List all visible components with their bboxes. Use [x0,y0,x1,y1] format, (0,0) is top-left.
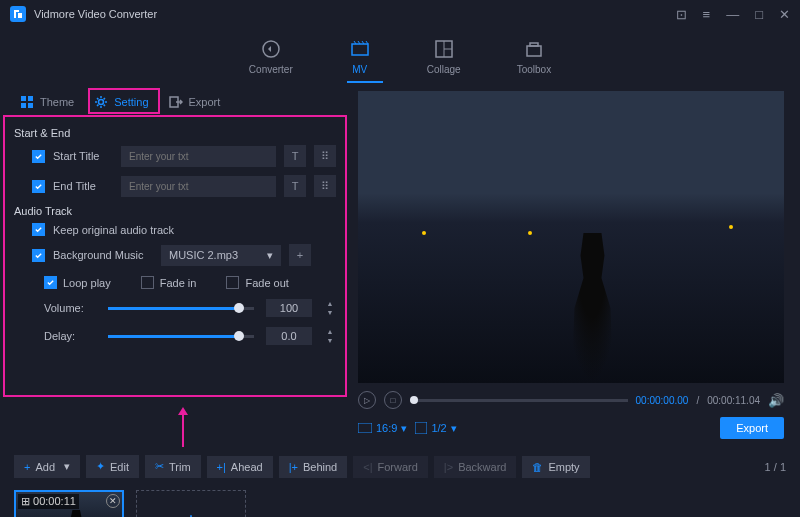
toolbox-icon [523,38,545,60]
checkbox-end-title[interactable] [32,180,45,193]
chevron-down-icon: ▾ [401,422,407,435]
svg-rect-9 [28,96,33,101]
label-fade-out: Fade out [245,277,288,289]
value-delay[interactable]: 0.0 [266,327,312,345]
titlebar: Vidmore Video Converter ⊡ ≡ — □ ✕ [0,0,800,28]
forward-button[interactable]: <|Forward [353,456,428,478]
nav-underline [347,81,383,83]
maximize-icon[interactable]: □ [755,7,763,22]
label-fade-in: Fade in [160,277,197,289]
label-bg-music: Background Music [53,249,153,261]
page-icon [415,422,427,434]
nav-collage[interactable]: Collage [419,34,469,79]
svg-rect-15 [415,422,427,434]
checkbox-fade-in[interactable] [141,276,154,289]
forward-icon: <| [363,461,372,473]
main-nav: Converter MV Collage Toolbox [0,28,800,81]
backward-icon: |> [444,461,453,473]
thumb-duration: ⊞ 00:00:11 [18,494,79,509]
pagination: 1 / 1 [765,461,786,473]
export-button[interactable]: Export [720,417,784,439]
clip-thumbnail[interactable]: ⊞ 00:00:11 ✕ ▷ 🔇 ✦ ✂ [14,490,124,517]
tab-theme[interactable]: Theme [10,91,84,113]
empty-button[interactable]: 🗑Empty [522,456,589,478]
checkbox-loop-play[interactable] [44,276,57,289]
section-audio: Audio Track [14,205,336,217]
aspect-ratio-button[interactable]: 16:9 ▾ [358,422,407,435]
tab-setting[interactable]: Setting [84,91,158,113]
close-icon[interactable]: ✕ [779,7,790,22]
delay-up-icon[interactable]: ▲ [324,327,336,336]
stop-button[interactable]: □ [384,391,402,409]
annotation-arrow [176,407,190,449]
svg-rect-11 [28,103,33,108]
behind-icon: |+ [289,461,298,473]
svg-rect-14 [358,423,372,433]
input-end-title[interactable] [121,176,276,197]
text-options-button[interactable]: ⠿ [314,145,336,167]
value-volume[interactable]: 100 [266,299,312,317]
progress-bar[interactable] [410,399,628,402]
app-title: Vidmore Video Converter [34,8,157,20]
edit-button[interactable]: ✦Edit [86,455,139,478]
add-music-button[interactable]: + [289,244,311,266]
input-start-title[interactable] [121,146,276,167]
label-keep-original: Keep original audio track [53,224,174,236]
nav-mv[interactable]: MV [341,34,379,79]
wand-icon: ✦ [96,460,105,473]
text-options-button-2[interactable]: ⠿ [314,175,336,197]
chevron-down-icon: ▾ [451,422,457,435]
ahead-button[interactable]: +|Ahead [207,456,273,478]
video-preview[interactable] [358,91,784,383]
tab-export[interactable]: Export [159,91,231,113]
scissors-icon: ✂ [155,460,164,473]
label-end-title: End Title [53,180,113,192]
aspect-icon [358,423,372,433]
svg-rect-5 [527,46,541,56]
feedback-icon[interactable]: ⊡ [676,7,687,22]
nav-toolbox[interactable]: Toolbox [509,34,559,79]
svg-rect-6 [530,43,538,46]
svg-rect-1 [352,44,368,55]
section-start-end: Start & End [14,127,336,139]
svg-rect-10 [21,103,26,108]
export-icon [169,95,183,109]
trash-icon: 🗑 [532,461,543,473]
behind-button[interactable]: |+Behind [279,456,348,478]
chevron-down-icon: ▾ [64,460,70,473]
add-button[interactable]: +Add▾ [14,455,80,478]
checkbox-fade-out[interactable] [226,276,239,289]
dropdown-music-file[interactable]: MUSIC 2.mp3 ▾ [161,245,281,266]
menu-icon[interactable]: ≡ [703,7,711,22]
converter-icon [260,38,282,60]
duration: 00:00:11.04 [707,395,760,406]
plus-icon: + [24,461,30,473]
delay-down-icon[interactable]: ▼ [324,336,336,345]
text-style-button[interactable]: T [284,145,306,167]
volume-down-icon[interactable]: ▼ [324,308,336,317]
play-button[interactable]: ▷ [358,391,376,409]
slider-volume[interactable] [108,307,254,310]
gear-icon [94,95,108,109]
label-loop-play: Loop play [63,277,111,289]
backward-button[interactable]: |>Backward [434,456,517,478]
checkbox-keep-original[interactable] [32,223,45,236]
volume-icon[interactable]: 🔊 [768,393,784,408]
checkbox-start-title[interactable] [32,150,45,163]
volume-up-icon[interactable]: ▲ [324,299,336,308]
svg-rect-8 [21,96,26,101]
mv-icon [349,38,371,60]
page-selector[interactable]: 1/2 ▾ [415,422,456,435]
trim-button[interactable]: ✂Trim [145,455,201,478]
plus-icon: + [184,507,198,517]
add-clip-button[interactable]: + [136,490,246,517]
minimize-icon[interactable]: — [726,7,739,22]
app-logo [10,6,26,22]
nav-converter[interactable]: Converter [241,34,301,79]
theme-icon [20,95,34,109]
slider-delay[interactable] [108,335,254,338]
text-style-button-2[interactable]: T [284,175,306,197]
current-time: 00:00:00.00 [636,395,689,406]
checkbox-bg-music[interactable] [32,249,45,262]
thumb-remove-button[interactable]: ✕ [106,494,120,508]
